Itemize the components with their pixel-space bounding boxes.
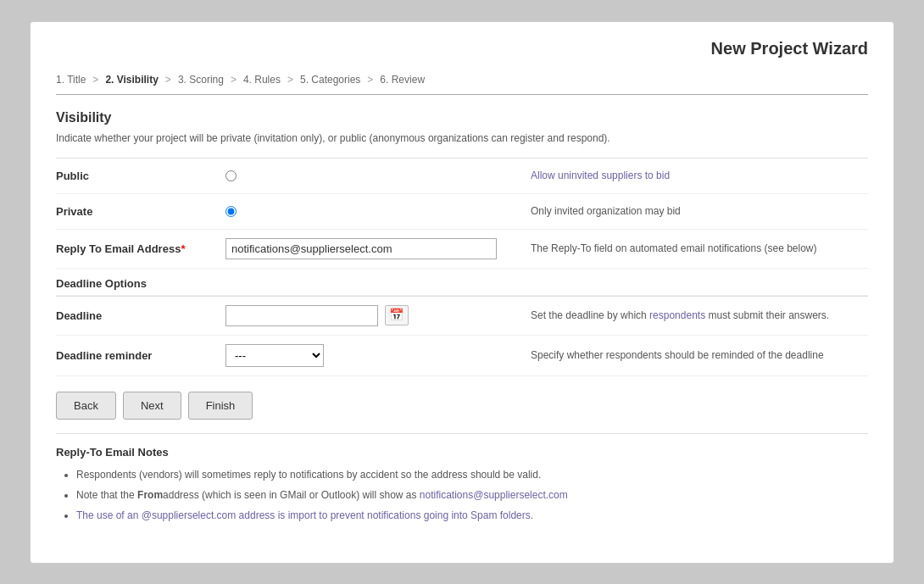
- public-hint-link: Allow uninvited suppliers to bid: [531, 170, 670, 181]
- step-1-label: 1. Title: [56, 74, 86, 86]
- public-label: Public: [56, 170, 225, 182]
- deadline-control: [225, 305, 514, 326]
- note-1-text: Respondents (vendors) will sometimes rep…: [76, 469, 541, 481]
- step-sep-5: >: [367, 74, 373, 86]
- notes-list: Respondents (vendors) will sometimes rep…: [56, 467, 868, 523]
- step-sep-4: >: [287, 74, 293, 86]
- step-2-visibility: 2. Visibility: [105, 74, 158, 86]
- notes-section: Reply-To Email Notes Respondents (vendor…: [56, 433, 868, 523]
- private-control: [225, 206, 514, 217]
- note-item-2: Note that the Fromaddress (which is seen…: [76, 487, 868, 503]
- step-6-review: 6. Review: [380, 74, 425, 86]
- note-2-from: From: [137, 489, 163, 501]
- private-radio[interactable]: [225, 206, 237, 217]
- section-title: Visibility: [56, 110, 868, 125]
- respondents-link: respondents: [649, 309, 705, 321]
- deadline-input-wrapper: [225, 305, 514, 326]
- deadline-input[interactable]: [225, 305, 378, 326]
- note-item-3: The use of an @supplierselect.com addres…: [76, 508, 868, 523]
- reply-email-control: [225, 238, 514, 259]
- button-row: Back Next Finish: [56, 376, 868, 433]
- step-5-label: 5. Categories: [300, 74, 360, 86]
- next-button[interactable]: Next: [123, 392, 181, 420]
- note-item-1: Respondents (vendors) will sometimes rep…: [76, 467, 868, 482]
- private-label: Private: [56, 205, 225, 218]
- step-5-categories: 5. Categories: [300, 74, 360, 86]
- deadline-reminder-control: --- 1 day before 2 days before 1 week be…: [225, 344, 514, 367]
- wizard-container: New Project Wizard 1. Title > 2. Visibil…: [30, 21, 894, 564]
- wizard-steps: 1. Title > 2. Visibility > 3. Scoring > …: [56, 74, 868, 95]
- form-section: Public Allow uninvited suppliers to bid …: [56, 158, 868, 269]
- deadline-section: Deadline Set the deadline by which respo…: [56, 296, 868, 376]
- finish-button[interactable]: Finish: [188, 392, 253, 420]
- public-control: [225, 170, 514, 181]
- wizard-title: New Project Wizard: [56, 39, 868, 58]
- step-4-label: 4. Rules: [243, 74, 281, 86]
- reply-email-row: Reply To Email Address* The Reply-To fie…: [56, 230, 868, 269]
- reply-email-input[interactable]: [225, 238, 497, 259]
- step-3-scoring: 3. Scoring: [178, 74, 224, 86]
- note-3-text: The use of an @supplierselect.com addres…: [76, 509, 533, 521]
- private-hint-text: Only invited organization may bid: [531, 205, 681, 217]
- private-hint: Only invited organization may bid: [514, 205, 868, 217]
- deadline-reminder-row: Deadline reminder --- 1 day before 2 day…: [56, 336, 868, 376]
- step-6-label: 6. Review: [380, 74, 425, 86]
- step-1-title: 1. Title: [56, 74, 86, 86]
- step-2-label: 2. Visibility: [105, 74, 158, 86]
- deadline-label: Deadline: [56, 309, 225, 322]
- step-sep-2: >: [165, 74, 171, 86]
- required-star: *: [181, 242, 185, 255]
- private-row: Private Only invited organization may bi…: [56, 194, 868, 230]
- deadline-row: Deadline Set the deadline by which respo…: [56, 297, 868, 336]
- step-3-label: 3. Scoring: [178, 74, 224, 86]
- public-radio[interactable]: [225, 170, 237, 181]
- public-hint: Allow uninvited suppliers to bid: [514, 170, 868, 181]
- note-2-email: notifications@supplierselect.com: [420, 489, 568, 501]
- reply-email-hint: The Reply-To field on automated email no…: [514, 242, 868, 254]
- deadline-hint: Set the deadline by which respondents mu…: [514, 309, 868, 321]
- reply-email-label-text: Reply To Email Address: [56, 242, 181, 255]
- back-button[interactable]: Back: [56, 392, 116, 420]
- step-sep-3: >: [231, 74, 237, 86]
- calendar-icon[interactable]: [385, 305, 409, 325]
- deadline-reminder-label: Deadline reminder: [56, 349, 225, 362]
- note-2-prefix: Note that the: [76, 489, 137, 501]
- public-row: Public Allow uninvited suppliers to bid: [56, 159, 868, 194]
- public-radio-option: [225, 170, 514, 181]
- notes-title: Reply-To Email Notes: [56, 446, 868, 459]
- step-4-rules: 4. Rules: [243, 74, 281, 86]
- deadline-reminder-hint: Specify whether respondents should be re…: [514, 349, 868, 361]
- deadline-options-header: Deadline Options: [56, 269, 868, 296]
- private-radio-option: [225, 206, 514, 217]
- reply-email-label: Reply To Email Address*: [56, 242, 225, 255]
- reminder-select[interactable]: --- 1 day before 2 days before 1 week be…: [225, 344, 324, 367]
- section-desc: Indicate whether your project will be pr…: [56, 132, 868, 144]
- note-2-middle: address (which is seen in GMail or Outlo…: [163, 489, 420, 501]
- step-sep-1: >: [92, 74, 98, 86]
